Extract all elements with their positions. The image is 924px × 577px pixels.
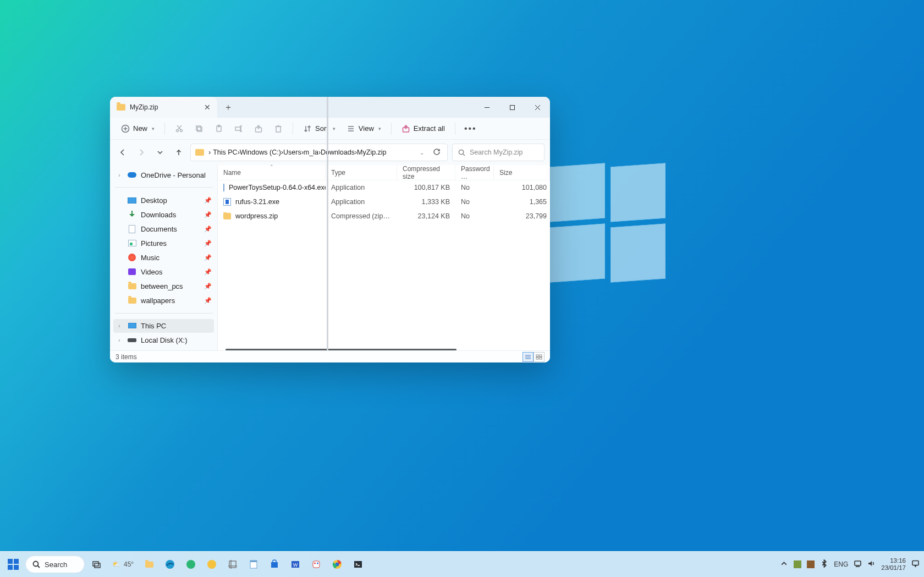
search-placeholder: Search MyZip.zip — [470, 149, 523, 156]
breadcrumb-item[interactable]: MyZip.zip — [357, 149, 386, 156]
navigation-pane[interactable]: › OneDrive - Personal Desktop📌Downloads📌… — [110, 165, 218, 350]
delete-button[interactable] — [270, 120, 287, 137]
nav-item[interactable]: Pictures📌 — [113, 236, 214, 250]
powertoys-icon[interactable] — [307, 556, 325, 573]
windows-logo — [550, 165, 671, 286]
desktop[interactable]: MyZip.zip ✕ ＋ New▾ — [0, 0, 924, 577]
breadcrumb-item[interactable]: m_la — [304, 149, 318, 156]
extract-all-button[interactable]: Extract all — [397, 120, 449, 137]
weather-widget[interactable]: ⛅ 45° — [109, 560, 137, 568]
address-bar[interactable]: › This PC›Windows (C:)›Users›m_la›Downlo… — [190, 144, 448, 161]
nav-item[interactable]: Downloads📌 — [113, 207, 214, 222]
copy-button[interactable] — [190, 120, 208, 137]
bluetooth-icon[interactable] — [820, 559, 828, 569]
svg-rect-17 — [276, 127, 280, 132]
edge-taskbar-icon[interactable] — [161, 556, 179, 573]
notepad-icon[interactable] — [245, 556, 262, 573]
zip-folder-icon — [117, 104, 125, 111]
chrome-icon[interactable] — [328, 556, 346, 573]
nav-item[interactable]: between_pcs📌 — [113, 279, 214, 293]
column-headers[interactable]: ⌃Name Type Compressed size Password … Si… — [218, 165, 550, 180]
address-dropdown[interactable]: ⌄ — [415, 150, 428, 156]
svg-rect-12 — [197, 127, 202, 131]
table-row[interactable]: PowerToysSetup-0.64.0-x64.exeApplication… — [218, 180, 550, 195]
volume-icon[interactable] — [867, 559, 876, 569]
clock[interactable]: 13:16 23/01/17 — [881, 557, 906, 571]
breadcrumb-item[interactable]: This PC — [213, 149, 237, 156]
nav-item[interactable]: Desktop📌 — [113, 193, 214, 207]
nav-local-disk[interactable]: › Local Disk (X:) — [113, 334, 214, 347]
taskbar-search[interactable]: Search — [25, 556, 85, 573]
nav-onedrive[interactable]: › OneDrive - Personal — [113, 168, 214, 182]
new-tab-button[interactable]: ＋ — [217, 97, 239, 118]
notifications-icon[interactable] — [911, 559, 920, 569]
titlebar[interactable]: MyZip.zip ✕ ＋ — [110, 97, 550, 118]
system-tray[interactable]: ENG 13:16 23/01/17 — [780, 557, 920, 571]
edge-canary-taskbar-icon[interactable] — [203, 556, 221, 573]
tab-active[interactable]: MyZip.zip ✕ — [110, 97, 217, 118]
breadcrumb-item[interactable]: Windows (C:) — [240, 149, 281, 156]
col-compressed-size[interactable]: Compressed size — [397, 165, 455, 180]
search-box[interactable]: Search MyZip.zip — [452, 144, 544, 161]
horizontal-scrollbar[interactable] — [226, 349, 457, 350]
breadcrumb-item[interactable]: Users — [283, 149, 301, 156]
details-view-button[interactable] — [522, 352, 534, 362]
minimize-button[interactable] — [474, 97, 499, 118]
table-row[interactable]: wordpress.zipCompressed (zipped) Fol…23,… — [218, 209, 550, 223]
language-indicator[interactable]: ENG — [834, 560, 848, 568]
network-icon[interactable] — [854, 559, 862, 569]
nav-item[interactable]: wallpapers📌 — [113, 293, 214, 307]
svg-rect-45 — [271, 562, 278, 568]
col-type[interactable]: Type — [326, 165, 397, 180]
terminal-icon[interactable] — [349, 556, 367, 573]
pin-icon: 📌 — [204, 211, 212, 218]
tray-app-icon-2[interactable] — [807, 560, 815, 568]
snipping-tool-icon[interactable] — [224, 556, 241, 573]
file-explorer-taskbar-icon[interactable] — [140, 556, 158, 573]
breadcrumb-item[interactable]: Downloads — [321, 149, 355, 156]
cut-button[interactable] — [170, 120, 188, 137]
taskbar[interactable]: Search ⛅ 45° W ENG 13:16 23/01/17 — [0, 551, 924, 577]
word-icon[interactable]: W — [287, 556, 304, 573]
svg-rect-30 — [540, 355, 542, 357]
sort-button[interactable]: Sort▾ — [299, 120, 340, 137]
tray-app-icon-1[interactable] — [794, 560, 801, 568]
paste-button[interactable] — [210, 120, 228, 137]
table-row[interactable]: rufus-3.21.exeApplication1,333 KBNo1,365 — [218, 195, 550, 209]
more-button[interactable]: ••• — [461, 124, 480, 134]
up-button[interactable] — [172, 145, 186, 160]
nav-scrollbar[interactable] — [327, 97, 328, 350]
back-button[interactable] — [116, 145, 130, 160]
col-name[interactable]: ⌃Name — [218, 165, 326, 180]
svg-point-38 — [186, 560, 195, 569]
refresh-button[interactable] — [431, 148, 443, 157]
task-view-button[interactable] — [88, 556, 106, 573]
svg-rect-35 — [93, 562, 98, 566]
file-list[interactable]: ⌃Name Type Compressed size Password … Si… — [218, 165, 550, 350]
thumbnails-view-button[interactable] — [534, 352, 544, 362]
maximize-button[interactable] — [499, 97, 525, 118]
tab-close-button[interactable]: ✕ — [204, 103, 211, 112]
svg-point-24 — [459, 150, 463, 154]
svg-point-49 — [314, 563, 316, 564]
recent-button[interactable] — [153, 145, 167, 160]
view-button[interactable]: View▾ — [342, 120, 386, 137]
start-button[interactable] — [4, 556, 22, 573]
nav-item[interactable]: Videos📌 — [113, 265, 214, 279]
share-button[interactable] — [250, 120, 267, 137]
tray-overflow-icon[interactable] — [780, 559, 788, 569]
cloud-icon — [128, 172, 136, 178]
close-button[interactable] — [525, 97, 550, 118]
doc-icon — [129, 225, 135, 233]
nav-item[interactable]: Music📌 — [113, 250, 214, 265]
nav-this-pc[interactable]: › This PC — [113, 319, 214, 332]
new-button[interactable]: New▾ — [117, 120, 159, 137]
edge-dev-taskbar-icon[interactable] — [182, 556, 200, 573]
rename-button[interactable] — [230, 120, 248, 137]
svg-rect-29 — [536, 355, 538, 357]
forward-button[interactable] — [134, 145, 148, 160]
store-icon[interactable] — [266, 556, 283, 573]
col-password[interactable]: Password … — [455, 165, 494, 180]
nav-item[interactable]: Documents📌 — [113, 222, 214, 236]
col-size[interactable]: Size — [494, 165, 550, 180]
